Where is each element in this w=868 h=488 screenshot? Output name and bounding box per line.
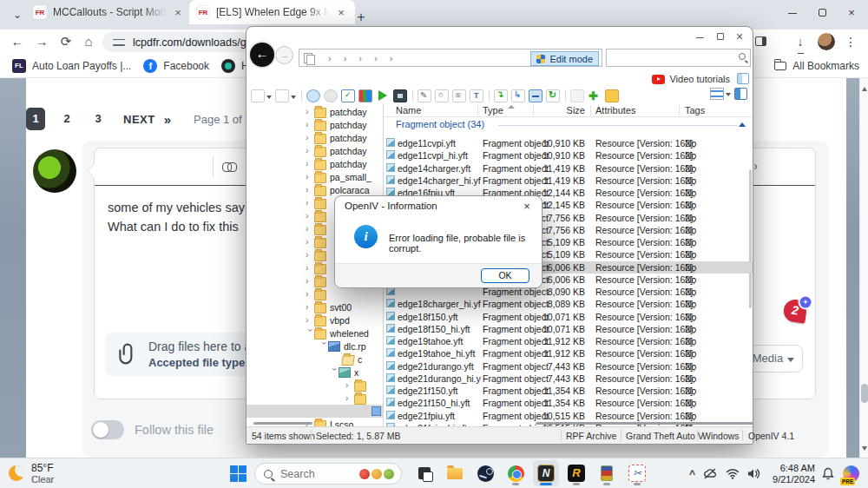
notifications-bell-icon[interactable] xyxy=(822,467,834,480)
scrollbar-thumb[interactable] xyxy=(861,384,868,403)
openiv-forward-button[interactable]: → xyxy=(275,46,293,64)
follow-toggle[interactable] xyxy=(91,420,124,439)
page-1-button[interactable]: 1 xyxy=(26,108,45,130)
toolbar-icon[interactable] xyxy=(418,89,431,102)
dialog-close-icon[interactable]: × xyxy=(519,199,535,214)
tree-item[interactable]: › patchday xyxy=(247,131,383,144)
tree-item[interactable]: › xyxy=(247,287,383,300)
browser-restore-button[interactable] xyxy=(809,3,835,24)
tree-chevron-icon[interactable]: › xyxy=(319,342,329,351)
tree-chevron-icon[interactable]: › xyxy=(345,393,354,403)
tree-chevron-icon[interactable]: › xyxy=(306,263,314,273)
onedrive-paused-icon[interactable] xyxy=(703,468,718,480)
file-row[interactable]: edge21durango_hi.yft Fragment object 7,4… xyxy=(384,373,753,385)
toolbar-icon[interactable] xyxy=(393,89,407,102)
openiv-back-button[interactable]: ← xyxy=(250,43,274,67)
tab-search-chevron-icon[interactable]: ⌄ xyxy=(9,7,26,24)
breadcrumb[interactable]: Edit mode xyxy=(299,49,602,67)
breadcrumb-segment[interactable] xyxy=(369,53,385,63)
taskbar-app-icon[interactable]: N xyxy=(533,460,559,486)
tree-chevron-icon[interactable]: › xyxy=(306,250,314,260)
search-input[interactable] xyxy=(280,468,350,480)
tree-chevron-icon[interactable]: › xyxy=(306,198,314,208)
tree-chevron-icon[interactable]: › xyxy=(306,289,314,299)
file-row[interactable]: edge14charger.yft Fragment object 11,419… xyxy=(384,162,753,175)
toolbar-icon[interactable] xyxy=(546,89,560,102)
toolbar-icon[interactable] xyxy=(529,89,542,102)
toolbar-icon[interactable] xyxy=(301,89,302,102)
copilot-icon[interactable]: PRE xyxy=(843,465,859,482)
tree-item[interactable]: › patchday xyxy=(247,105,383,118)
tree-chevron-icon[interactable]: › xyxy=(306,237,314,247)
tree-chevron-icon[interactable]: › xyxy=(306,159,314,168)
taskbar-app-icon[interactable] xyxy=(411,460,437,486)
panel-toggle-icon[interactable] xyxy=(737,73,749,84)
taskbar-app-icon[interactable] xyxy=(472,460,498,486)
file-row[interactable]: edge21fpiu.yft Fragment object 10,515 KB… xyxy=(384,410,753,422)
browser-minimize-button[interactable] xyxy=(779,3,806,24)
tree-chevron-icon[interactable]: › xyxy=(306,315,314,325)
file-row[interactable]: edge18f150_hi.yft Fragment object 10,071… xyxy=(384,323,753,335)
taskbar-app-icon[interactable]: R xyxy=(563,460,589,486)
tree-chevron-icon[interactable]: › xyxy=(306,224,314,234)
toolbar-overflow-icon[interactable]: › xyxy=(753,159,758,173)
toolbar-icon[interactable] xyxy=(570,89,584,102)
toolbar-icon[interactable] xyxy=(341,89,355,102)
tab-close-icon[interactable]: × xyxy=(171,6,185,19)
openiv-minimize-button[interactable] xyxy=(690,29,709,46)
tree-chevron-icon[interactable]: › xyxy=(306,185,314,195)
tree-chevron-icon[interactable]: › xyxy=(306,120,314,129)
toolbar-icon[interactable] xyxy=(435,89,449,102)
browser-menu-icon[interactable]: ⋮ xyxy=(840,32,861,53)
toolbar-icon[interactable] xyxy=(489,89,490,102)
tree-item[interactable]: › dlc.rp xyxy=(247,340,383,353)
tree-item[interactable]: › pa_small_ xyxy=(247,170,383,183)
last-page-icon[interactable]: » xyxy=(164,112,169,127)
downloads-icon[interactable]: ↓ xyxy=(790,32,811,53)
taskbar-search[interactable] xyxy=(254,463,402,485)
bookmark-item[interactable]: FL Auto Loan Payoffs |... xyxy=(12,59,131,73)
taskbar-app-icon[interactable]: ✂ xyxy=(624,460,650,486)
group-collapse-icon[interactable] xyxy=(739,122,746,127)
next-page-button[interactable]: NEXT xyxy=(123,113,155,126)
file-row[interactable]: edge21f150_hi.yft Fragment object 11,354… xyxy=(384,397,753,409)
toolbar-icon[interactable] xyxy=(251,89,265,102)
tree-item[interactable]: › patchday xyxy=(247,144,383,157)
scroll-up-icon[interactable] xyxy=(862,87,867,91)
column-size[interactable]: Size xyxy=(538,105,585,115)
list-horizontal-scrollbar[interactable] xyxy=(536,422,753,425)
site-settings-icon[interactable] xyxy=(113,38,125,47)
toolbar-icon[interactable] xyxy=(412,89,413,102)
toolbar-icon[interactable] xyxy=(605,89,619,102)
browser-tab[interactable]: FR [ELS] Whelen Edge 9x Mega Pac × xyxy=(189,0,355,24)
browser-close-button[interactable]: × xyxy=(838,3,865,24)
scroll-down-icon[interactable] xyxy=(862,446,867,451)
openiv-search-box[interactable] xyxy=(606,49,751,67)
file-row[interactable]: edge18charger_hi.yft Fragment object 8,0… xyxy=(384,298,753,310)
bookmark-item[interactable]: f Facebook xyxy=(143,59,209,73)
toolbar-icon[interactable] xyxy=(588,89,602,102)
forward-button[interactable]: → xyxy=(31,31,52,52)
edit-mode-button[interactable]: Edit mode xyxy=(530,51,599,66)
file-row[interactable]: edge21f150.yft Fragment object 11,354 KB… xyxy=(384,385,753,397)
taskbar-app-icon[interactable] xyxy=(442,460,468,486)
page-3-button[interactable]: 3 xyxy=(89,108,108,130)
group-header[interactable]: Fragment object (34) xyxy=(384,119,753,131)
tree-item[interactable]: › patchday xyxy=(247,157,383,170)
tree-chevron-icon[interactable]: › xyxy=(306,146,314,155)
file-row[interactable]: edge11cvpi_hi.yft Fragment object 10,910… xyxy=(384,149,753,162)
back-button[interactable]: ← xyxy=(7,31,28,52)
tab-close-icon[interactable]: × xyxy=(334,6,348,19)
file-row[interactable]: edge19tahoe_hi.yft Fragment object 11,91… xyxy=(384,347,753,359)
column-tags[interactable]: Tags xyxy=(685,105,705,115)
file-row[interactable]: edge14charger_hi.yft Fragment object 11,… xyxy=(384,175,753,187)
ok-button[interactable]: OK xyxy=(481,268,529,283)
page-2-button[interactable]: 2 xyxy=(57,108,76,130)
tree-item[interactable]: › xyxy=(247,392,383,405)
file-row[interactable]: edge19tahoe.yft Fragment object 11,912 K… xyxy=(384,335,753,347)
video-tutorials-link[interactable]: Video tutorials xyxy=(652,74,730,84)
breadcrumb-segment[interactable] xyxy=(323,53,339,63)
taskbar-app-icon[interactable] xyxy=(503,460,529,486)
toolbar-icon[interactable] xyxy=(494,89,508,102)
toolbar-icon[interactable] xyxy=(470,89,483,102)
